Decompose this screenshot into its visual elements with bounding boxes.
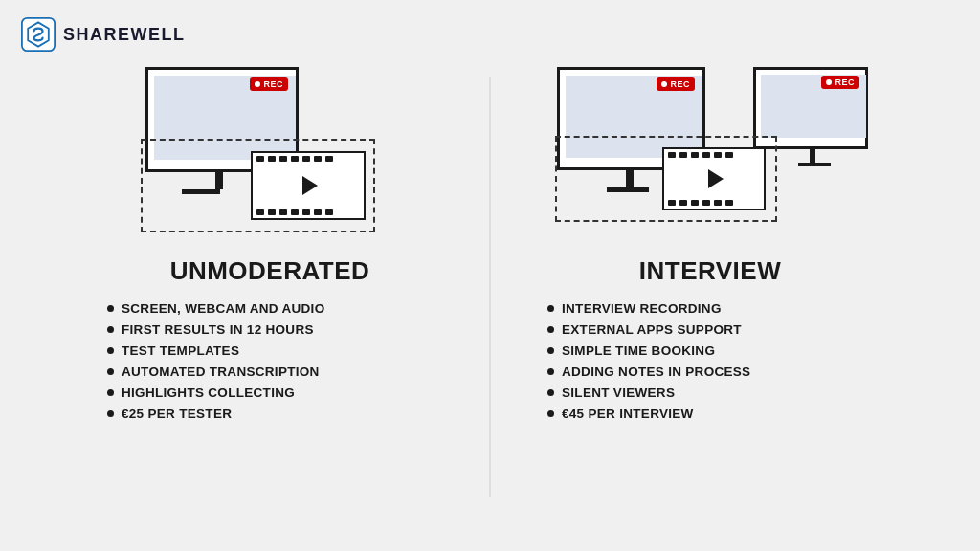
- unmod-rec-badge: REC: [250, 77, 288, 91]
- int-rec1-badge: REC: [657, 77, 695, 91]
- interview-illustration: REC REC: [547, 67, 873, 239]
- bullet-icon: [547, 389, 554, 396]
- list-item: FIRST RESULTS IN 12 HOURS: [107, 322, 452, 337]
- play-button-icon: [708, 169, 724, 188]
- list-item: €25 PER TESTER: [107, 407, 452, 421]
- film-perfs-bottom: [253, 209, 364, 215]
- film-perfs-top: [253, 156, 364, 162]
- list-item: SIMPLE TIME BOOKING: [547, 343, 892, 358]
- int-rec2-badge: REC: [821, 76, 859, 89]
- bullet-icon: [107, 389, 114, 396]
- list-item: €45 PER INTERVIEW: [547, 407, 892, 421]
- bullet-icon: [107, 305, 114, 312]
- unmoderated-illustration: REC: [117, 67, 423, 239]
- list-item: INTERVIEW RECORDING: [547, 301, 892, 316]
- unmoderated-column: REC: [88, 67, 452, 428]
- interview-heading: INTERVIEW: [639, 256, 781, 286]
- play-button-icon: [302, 176, 318, 195]
- list-item: EXTERNAL APPS SUPPORT: [547, 322, 892, 337]
- rec-dot: [826, 79, 832, 85]
- interview-feature-list: INTERVIEW RECORDING EXTERNAL APPS SUPPOR…: [528, 301, 892, 428]
- int-film-strip: [662, 147, 766, 210]
- logo-text: SHAREWELL: [63, 25, 186, 45]
- bullet-icon: [107, 368, 114, 375]
- bullet-icon: [107, 326, 114, 333]
- list-item: TEST TEMPLATES: [107, 343, 452, 358]
- unmod-film-strip: [251, 151, 366, 220]
- bullet-icon: [107, 410, 114, 417]
- sharewell-logo-icon: [21, 17, 56, 52]
- list-item: AUTOMATED TRANSCRIPTION: [107, 364, 452, 379]
- int-monitor2-base: [798, 163, 831, 166]
- unmoderated-feature-list: SCREEN, WEBCAM AND AUDIO FIRST RESULTS I…: [88, 301, 452, 428]
- list-item: ADDING NOTES IN PROCESS: [547, 364, 892, 379]
- bullet-icon: [547, 326, 554, 333]
- bullet-icon: [547, 368, 554, 375]
- bullet-icon: [107, 347, 114, 354]
- rec-dot: [255, 81, 260, 87]
- bullet-icon: [547, 305, 554, 312]
- section-divider: [490, 77, 491, 497]
- bullet-icon: [547, 347, 554, 354]
- bullet-icon: [547, 410, 554, 417]
- list-item: HIGHLIGHTS COLLECTING: [107, 386, 452, 400]
- list-item: SILENT VIEWERS: [547, 386, 892, 400]
- int-monitor2-stand: [810, 149, 815, 163]
- film-perfs-top: [664, 152, 764, 158]
- unmoderated-heading: UNMODERATED: [170, 256, 370, 286]
- film-perfs-bottom: [664, 200, 764, 206]
- logo: SHAREWELL: [21, 17, 186, 52]
- rec-dot: [661, 81, 667, 87]
- list-item: SCREEN, WEBCAM AND AUDIO: [107, 301, 452, 316]
- interview-column: REC REC: [528, 67, 892, 428]
